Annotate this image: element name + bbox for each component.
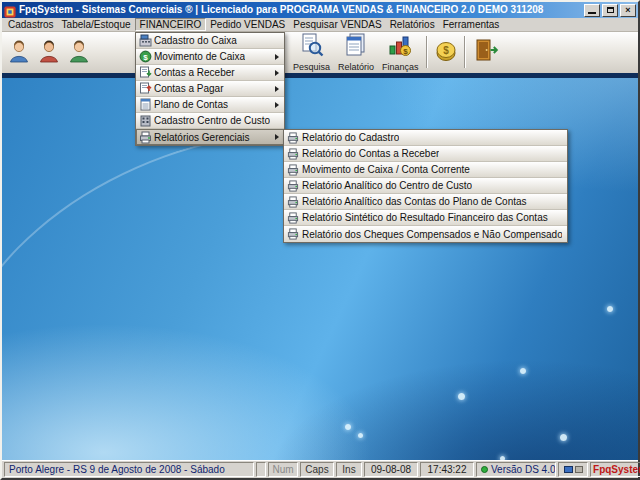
menu-item-cadastro-centro-de-custo[interactable]: Cadastro Centro de Custo <box>136 113 284 129</box>
window-title: FpqSystem - Sistemas Comerciais ® | Lice… <box>19 2 582 18</box>
submenu-arrow-icon <box>275 102 279 108</box>
report-item-icon <box>284 164 302 176</box>
submenu-item-relatorio-analitico-centro-de-custo[interactable]: Relatório Analítico do Centro de Custo <box>284 178 567 194</box>
menu-item-contas-a-pagar[interactable]: Contas a Pagar <box>136 81 284 97</box>
menubar-item-relatorios[interactable]: Relatórios <box>386 18 439 31</box>
accounts-receivable-icon <box>136 66 154 79</box>
report-item-icon <box>284 228 302 240</box>
decor-dot <box>500 456 505 460</box>
report-button[interactable]: Relatório <box>334 32 378 72</box>
menu-item-plano-de-contas[interactable]: Plano de Contas <box>136 97 284 113</box>
app-window: FpqSystem - Sistemas Comerciais ® | Lice… <box>0 0 640 480</box>
toolbar: Pesquisa Relatório $ Finanças $ <box>2 32 638 78</box>
menubar-item-cadastros[interactable]: Cadastros <box>4 18 58 31</box>
sellers-button[interactable] <box>64 33 94 73</box>
menu-item-label: Plano de Contas <box>154 99 228 110</box>
svg-text:$: $ <box>143 53 148 62</box>
report-item-icon <box>284 212 302 224</box>
submenu-item-label: Relatório Analítico das Contas do Plano … <box>302 196 527 207</box>
status-date: 09-08-08 <box>364 462 418 477</box>
status-insert: Ins <box>336 462 362 477</box>
menubar-item-financeiro[interactable]: FINANCEIRO <box>135 18 207 31</box>
menubar-item-pedido-vendas[interactable]: Pedido VENDAS <box>206 18 289 31</box>
finances-button[interactable]: $ Finanças <box>378 32 423 72</box>
submenu-item-relatorio-cheques-compensados[interactable]: Relatório dos Cheques Compensados e Não … <box>284 226 567 242</box>
decor-dot <box>358 433 363 438</box>
person-red-icon <box>38 39 60 67</box>
report-item-icon <box>284 196 302 208</box>
menu-item-label: Relatórios Gerenciais <box>154 132 250 143</box>
disk-tray-icon <box>575 466 583 473</box>
suppliers-button[interactable] <box>34 33 64 73</box>
person-blue-icon <box>8 39 30 67</box>
exit-button[interactable] <box>469 32 503 72</box>
management-reports-icon <box>136 131 154 144</box>
submenu-item-label: Relatório do Contas a Receber <box>302 148 439 159</box>
menubar-item-ferramentas[interactable]: Ferramentas <box>439 18 504 31</box>
search-button[interactable]: Pesquisa <box>289 32 334 72</box>
app-icon[interactable] <box>4 4 16 16</box>
financeiro-menu: Cadastro do Caixa $ Movimento de Caixa C… <box>135 32 285 146</box>
menubar-item-tabela-estoque[interactable]: Tabela/Estoque <box>58 18 135 31</box>
titlebar: FpqSystem - Sistemas Comerciais ® | Lice… <box>2 2 638 18</box>
submenu-item-relatorio-analitico-plano-de-contas[interactable]: Relatório Analítico das Contas do Plano … <box>284 194 567 210</box>
person-green-icon <box>68 39 90 67</box>
submenu-arrow-icon <box>275 86 279 92</box>
status-spacer <box>256 462 266 477</box>
report-button-label: Relatório <box>338 62 374 72</box>
report-item-icon <box>284 132 302 144</box>
decor-dot <box>520 368 526 374</box>
chart-of-accounts-icon <box>136 98 154 111</box>
status-tray <box>558 462 588 477</box>
maximize-button[interactable] <box>602 4 618 17</box>
decor-dot <box>607 306 613 312</box>
svg-text:$: $ <box>404 46 409 55</box>
submenu-arrow-icon <box>275 70 279 76</box>
version-status-icon <box>481 466 488 473</box>
menu-item-relatorios-gerenciais[interactable]: Relatórios Gerenciais <box>136 129 284 145</box>
report-item-icon <box>284 180 302 192</box>
menu-item-label: Cadastro Centro de Custo <box>154 115 270 126</box>
status-version-label: Versão DS 4.0 <box>491 464 555 475</box>
cost-center-icon <box>136 114 154 127</box>
menu-item-movimento-de-caixa[interactable]: $ Movimento de Caixa <box>136 49 284 65</box>
money-movement-icon: $ <box>136 50 154 63</box>
decor-dot <box>458 393 465 400</box>
submenu-item-label: Relatório dos Cheques Compensados e Não … <box>302 229 562 240</box>
minimize-icon <box>588 12 596 14</box>
svg-text:$: $ <box>443 45 449 56</box>
submenu-arrow-icon <box>275 134 279 140</box>
menubar-item-pesquisar-vendas[interactable]: Pesquisar VENDAS <box>289 18 385 31</box>
minimize-button[interactable] <box>584 4 600 17</box>
customers-button[interactable] <box>4 33 34 73</box>
menubar: Cadastros Tabela/Estoque FINANCEIRO Pedi… <box>2 18 638 32</box>
menu-item-label: Contas a Pagar <box>154 83 224 94</box>
menu-item-cadastro-do-caixa[interactable]: Cadastro do Caixa <box>136 33 284 49</box>
menu-item-label: Cadastro do Caixa <box>154 35 237 46</box>
toolbar-group-cadastros <box>4 33 94 72</box>
menu-item-label: Movimento de Caixa <box>154 51 245 62</box>
status-version: Versão DS 4.0 <box>476 462 556 477</box>
toolbar-separator <box>426 36 428 68</box>
submenu-item-movimento-caixa-conta-corrente[interactable]: Movimento de Caixa / Conta Corrente <box>284 162 567 178</box>
accounts-payable-icon <box>136 82 154 95</box>
submenu-item-relatorio-sintetico-resultado-financeiro[interactable]: Relatório Sintético do Resultado Finance… <box>284 210 567 226</box>
statusbar: Porto Alegre - RS 9 de Agosto de 2008 - … <box>2 460 638 478</box>
submenu-item-label: Relatório do Cadastro <box>302 132 399 143</box>
coin-button[interactable]: $ <box>431 32 461 72</box>
submenu-item-relatorio-do-cadastro[interactable]: Relatório do Cadastro <box>284 130 567 146</box>
status-time: 17:43:22 <box>420 462 474 477</box>
status-location: Porto Alegre - RS 9 de Agosto de 2008 - … <box>4 462 254 477</box>
finances-chart-icon: $ <box>388 33 412 61</box>
menu-item-label: Contas a Receber <box>154 67 235 78</box>
close-button[interactable]: × <box>620 4 636 17</box>
submenu-item-relatorio-contas-a-receber[interactable]: Relatório do Contas a Receber <box>284 146 567 162</box>
menu-item-contas-a-receber[interactable]: Contas a Receber <box>136 65 284 81</box>
decor-dot <box>560 434 567 441</box>
report-item-icon <box>284 148 302 160</box>
submenu-item-label: Movimento de Caixa / Conta Corrente <box>302 164 470 175</box>
submenu-item-label: Relatório Sintético do Resultado Finance… <box>302 212 548 223</box>
search-document-icon <box>300 33 324 61</box>
status-capslock: Caps <box>300 462 334 477</box>
exit-door-icon <box>473 38 499 66</box>
